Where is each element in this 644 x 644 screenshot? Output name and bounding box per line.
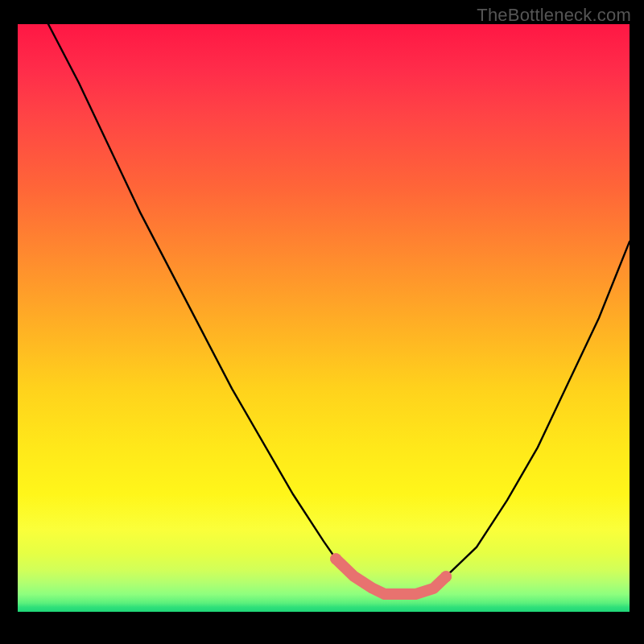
optimal-band: [18, 24, 630, 633]
chart-frame: TheBottleneck.com: [0, 0, 644, 644]
watermark-text: TheBottleneck.com: [477, 5, 631, 26]
plot-area: [18, 24, 630, 633]
svg-point-1: [440, 571, 452, 582]
svg-point-0: [330, 553, 341, 564]
